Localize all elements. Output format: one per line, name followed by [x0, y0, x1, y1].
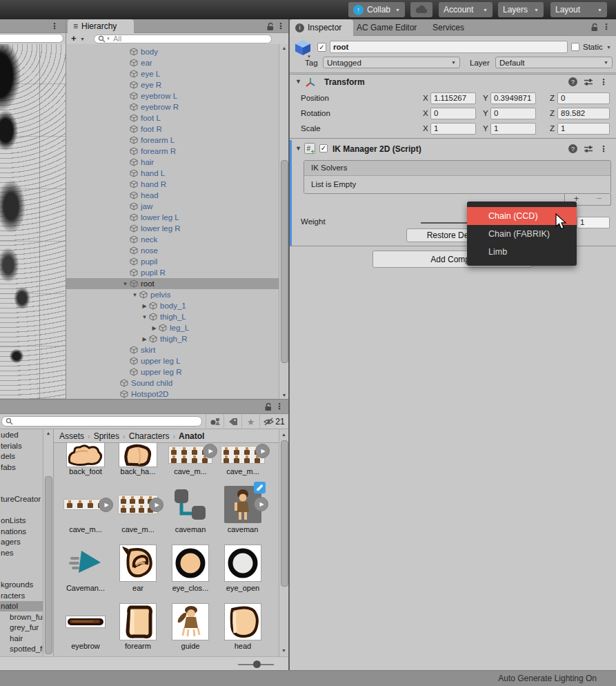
- hierarchy-item-head[interactable]: head: [66, 190, 279, 201]
- panel-menu-icon[interactable]: ⋮: [277, 22, 285, 30]
- hierarchy-item-body[interactable]: body: [66, 46, 279, 57]
- scroll-down-icon[interactable]: ▼: [279, 648, 288, 653]
- rotation-z-field[interactable]: 89.582: [557, 108, 610, 119]
- menu-item-limb[interactable]: Limb: [467, 243, 577, 261]
- weight-value-field[interactable]: 1: [577, 217, 610, 228]
- hierarchy-scrollbar[interactable]: ▲ ▼: [279, 44, 289, 399]
- asset-thumbnail-eye_open[interactable]: [219, 542, 267, 584]
- breadcrumb-sprites[interactable]: Sprites: [94, 431, 119, 441]
- help-icon[interactable]: ?: [568, 77, 577, 86]
- hierarchy-search-field[interactable]: ▼ All: [94, 35, 272, 43]
- asset-thumbnail-caveman[interactable]: ▶: [219, 484, 267, 525]
- hierarchy-item-hotspot2d[interactable]: Hotspot2D: [66, 389, 279, 399]
- component-menu-icon[interactable]: ⋮: [599, 78, 608, 86]
- hierarchy-item-thigh_r[interactable]: ▶thigh_R: [66, 333, 279, 344]
- scale-z-field[interactable]: 1: [557, 123, 610, 135]
- hierarchy-item-thigh_l[interactable]: ▼thigh_L: [66, 311, 279, 322]
- hierarchy-item-leg_l[interactable]: ▶leg_L: [66, 322, 279, 333]
- position-z-field[interactable]: 0: [557, 92, 610, 104]
- play-preview-icon[interactable]: ▶: [254, 497, 268, 511]
- scroll-up-icon[interactable]: ▲: [279, 46, 289, 50]
- scroll-up-icon[interactable]: ▲: [43, 431, 53, 435]
- rotation-y-field[interactable]: 0: [490, 108, 536, 119]
- ik-solvers-header[interactable]: IK Solvers: [304, 161, 610, 176]
- panel-menu-icon[interactable]: ⋮: [602, 23, 610, 31]
- breadcrumb-anatol[interactable]: Anatol: [179, 431, 204, 441]
- hierarchy-item-hair[interactable]: hair: [66, 157, 279, 168]
- favorites-star-button[interactable]: ★: [241, 414, 259, 429]
- hierarchy-item-jaw[interactable]: jaw: [66, 201, 279, 212]
- hierarchy-item-pupil[interactable]: pupil: [66, 256, 279, 267]
- tab-services[interactable]: Services: [433, 23, 464, 32]
- foldout-right-icon[interactable]: ▶: [140, 303, 149, 309]
- asset-thumbnail-cave_m-[interactable]: ▶: [219, 442, 267, 467]
- foldout-right-icon[interactable]: ▶: [150, 325, 159, 331]
- asset-thumbnail-caveman[interactable]: [166, 484, 215, 525]
- search-by-type-button[interactable]: [206, 414, 223, 429]
- hierarchy-item-forearm-l[interactable]: forearm L: [66, 135, 279, 146]
- hierarchy-item-neck[interactable]: neck: [66, 234, 279, 245]
- hidden-packages-button[interactable]: 21: [259, 414, 288, 429]
- help-icon[interactable]: ?: [568, 144, 577, 153]
- asset-thumbnail-ear[interactable]: [114, 542, 162, 584]
- layers-button[interactable]: Layers▼: [498, 2, 544, 17]
- layer-dropdown[interactable]: Default▼: [495, 57, 613, 68]
- asset-thumbnail-eyebrow[interactable]: [61, 602, 110, 642]
- asset-thumbnail-eye_clos-[interactable]: [166, 542, 215, 584]
- asset-thumbnail-cave_m-[interactable]: ▶: [114, 484, 162, 525]
- sidebar-scrollbar[interactable]: ▲: [43, 429, 53, 656]
- ik-manager-header[interactable]: ▼ #+ ✓ IK Manager 2D (Script) ? ⋮: [290, 141, 616, 157]
- hierarchy-item-lower-leg-l[interactable]: lower leg L: [66, 212, 279, 223]
- account-button[interactable]: Account▼: [439, 2, 493, 17]
- lock-icon[interactable]: [266, 22, 274, 31]
- lock-icon[interactable]: [590, 23, 598, 32]
- asset-thumbnail-caveman-[interactable]: [61, 542, 110, 584]
- asset-thumbnail-back_foot[interactable]: [61, 442, 110, 467]
- play-preview-icon[interactable]: ▶: [149, 498, 163, 512]
- transform-header[interactable]: ▼ Transform ? ⋮: [290, 75, 616, 90]
- lighting-status-label[interactable]: Auto Generate Lighting On: [498, 674, 597, 683]
- panel-menu-icon[interactable]: ⋮: [275, 402, 284, 411]
- foldout-down-icon[interactable]: ▼: [121, 281, 130, 287]
- hierarchy-item-eyebrow-r[interactable]: eyebrow R: [66, 101, 279, 112]
- hierarchy-item-nose[interactable]: nose: [66, 245, 279, 256]
- component-enabled-checkbox[interactable]: ✓: [319, 144, 328, 153]
- presets-icon[interactable]: [584, 145, 593, 153]
- position-x-field[interactable]: 1.115267: [430, 92, 476, 104]
- thumbnail-size-slider-thumb[interactable]: [253, 660, 261, 668]
- layout-button[interactable]: Layout▼: [550, 2, 607, 17]
- hierarchy-item-sound-child[interactable]: Sound child: [66, 378, 279, 389]
- texture-search-field[interactable]: [0, 34, 63, 43]
- asset-scrollbar[interactable]: ▲ ▼: [279, 429, 288, 656]
- hierarchy-item-eye-r[interactable]: eye R: [66, 79, 279, 90]
- hierarchy-item-foot-r[interactable]: foot R: [66, 124, 279, 135]
- play-preview-icon[interactable]: ▶: [255, 444, 270, 458]
- create-object-button[interactable]: +: [71, 33, 77, 43]
- hierarchy-item-body_1[interactable]: ▶body_1: [66, 300, 279, 311]
- foldout-down-icon[interactable]: ▼: [140, 314, 149, 320]
- hierarchy-item-eye-l[interactable]: eye L: [66, 68, 279, 79]
- hierarchy-item-lower-leg-r[interactable]: lower leg R: [66, 223, 279, 234]
- presets-icon[interactable]: [584, 78, 593, 86]
- scale-x-field[interactable]: 1: [430, 123, 476, 135]
- asset-scrollbar-thumb[interactable]: [281, 440, 288, 587]
- collab-button[interactable]: ↑Collab▼: [348, 2, 405, 17]
- hierarchy-item-root[interactable]: ▼root: [66, 278, 279, 289]
- hierarchy-item-foot-l[interactable]: foot L: [66, 112, 279, 124]
- hierarchy-item-pupil-r[interactable]: pupil R: [66, 267, 279, 278]
- search-by-label-button[interactable]: [223, 414, 241, 429]
- tab-hierarchy[interactable]: ≡ Hierarchy: [68, 19, 134, 33]
- cloud-button[interactable]: [410, 2, 433, 17]
- chevron-down-icon[interactable]: ▼: [80, 37, 85, 41]
- hierarchy-item-hand-l[interactable]: hand L: [66, 168, 279, 179]
- sidebar-scrollbar-thumb[interactable]: [45, 476, 52, 654]
- scroll-down-icon[interactable]: ▼: [279, 393, 289, 398]
- asset-thumbnail-guide[interactable]: [166, 602, 215, 642]
- project-search-field[interactable]: [1, 416, 202, 427]
- hierarchy-item-upper-leg-l[interactable]: upper leg L: [66, 355, 279, 366]
- texture-preview[interactable]: [0, 44, 66, 399]
- breadcrumb-characters[interactable]: Characters: [129, 431, 170, 441]
- rotation-x-field[interactable]: 0: [430, 108, 476, 119]
- asset-thumbnail-cave_m-[interactable]: ▶: [166, 442, 215, 467]
- lock-icon[interactable]: [264, 402, 272, 411]
